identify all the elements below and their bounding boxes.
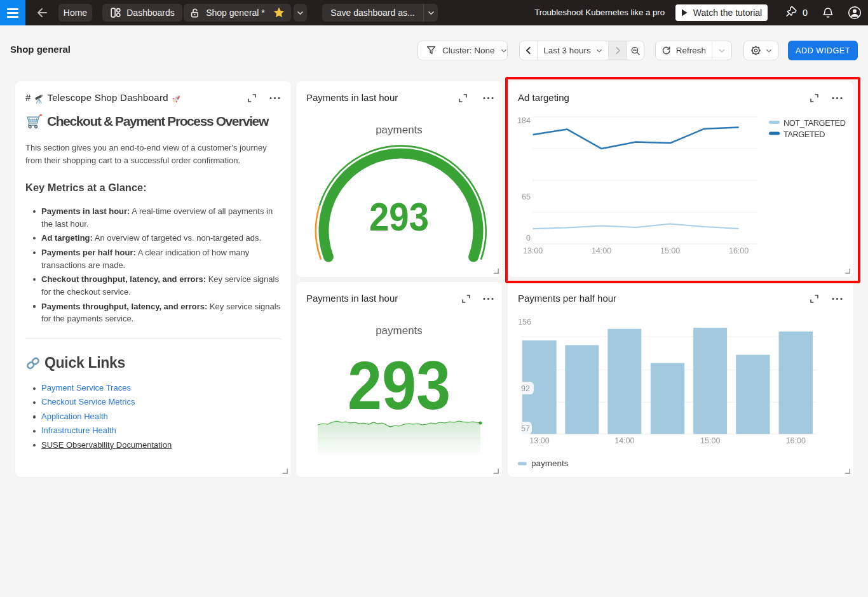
svg-text:92: 92 (521, 384, 530, 393)
svg-text:14:00: 14:00 (592, 246, 611, 255)
svg-text:13:00: 13:00 (529, 436, 549, 445)
svg-text:payments: payments (531, 459, 569, 468)
svg-text:TARGETED: TARGETED (783, 130, 825, 139)
svg-text:14:00: 14:00 (614, 436, 634, 445)
svg-text:184: 184 (517, 116, 531, 125)
svg-text:15:00: 15:00 (700, 436, 720, 445)
svg-text:57: 57 (521, 424, 530, 433)
svg-text:0: 0 (526, 234, 531, 243)
svg-text:13:00: 13:00 (523, 246, 543, 255)
svg-text:156: 156 (518, 318, 531, 326)
svg-text:16:00: 16:00 (786, 436, 806, 445)
svg-text:65: 65 (522, 192, 531, 201)
svg-text:15:00: 15:00 (660, 246, 680, 255)
svg-text:NOT_TARGETED: NOT_TARGETED (783, 118, 846, 128)
svg-text:16:00: 16:00 (729, 246, 749, 255)
